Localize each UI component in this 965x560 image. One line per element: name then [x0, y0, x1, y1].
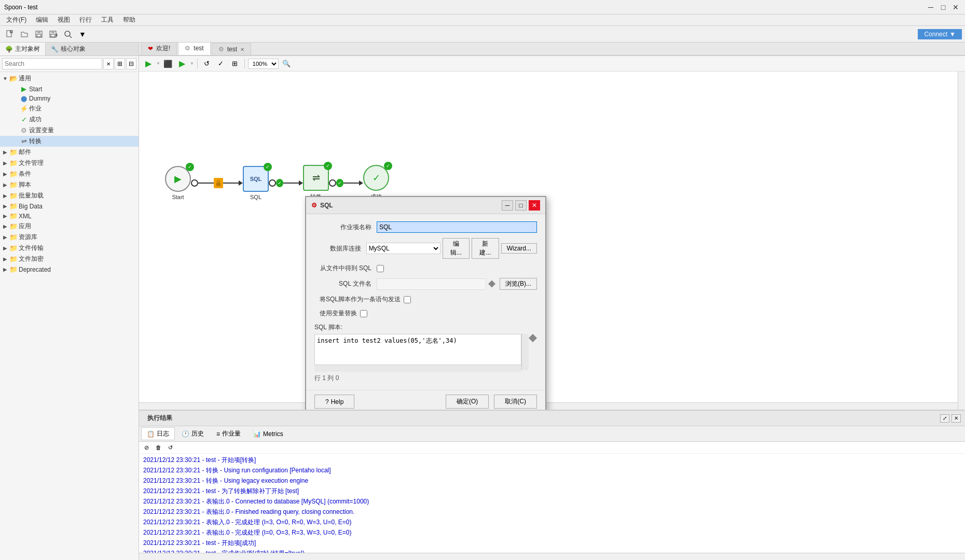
start-node-box[interactable]: ▶ ✓	[165, 166, 191, 192]
zoom-in-icon[interactable]: 🔍	[280, 58, 293, 69]
tree-section-bulk[interactable]: ▶ 📁 批量加载	[0, 190, 139, 201]
modal-minimize-button[interactable]: ─	[502, 200, 513, 211]
workflow-node-start[interactable]: ▶ ✓ Start	[165, 166, 191, 200]
tree-section-xml[interactable]: ▶ 📁 XML	[0, 211, 139, 221]
tree-section-bigdata[interactable]: ▶ 📁 Big Data	[0, 201, 139, 211]
tab-test-1[interactable]: ⚙ test	[178, 43, 210, 55]
db-select[interactable]: MySQL	[366, 243, 440, 254]
sql-hscroll[interactable]	[314, 365, 521, 372]
db-new-button[interactable]: 新建...	[472, 238, 499, 259]
maximize-button[interactable]: □	[938, 3, 948, 11]
search-clear-button[interactable]: ✕	[103, 58, 114, 69]
new-file-button[interactable]	[3, 28, 17, 40]
db-browse-button[interactable]: 编辑...	[443, 238, 470, 259]
varsubst-checkbox[interactable]	[360, 310, 367, 317]
workflow-node-success[interactable]: ✓ ✓ 成功	[363, 165, 389, 201]
run-step-button[interactable]: ▶	[176, 58, 188, 69]
exec-expand-button[interactable]: ⤢	[940, 414, 949, 423]
tree-item-dummy[interactable]: ⬤ Dummy	[0, 94, 139, 103]
exec-refresh-button[interactable]: ↺	[165, 443, 175, 452]
history-icon: 🕐	[182, 430, 189, 438]
tree-section-app[interactable]: ▶ 📁 应用	[0, 221, 139, 232]
ok-button[interactable]: 确定(O)	[446, 395, 489, 409]
exec-clear-button[interactable]: ⊘	[141, 443, 151, 452]
tree-section-condition[interactable]: ▶ 📁 条件	[0, 169, 139, 179]
modal-close-button[interactable]: ✕	[529, 200, 540, 211]
tree-section-script[interactable]: ▶ 📁 脚本	[0, 179, 139, 190]
tree-item-success[interactable]: ✓ 成功	[0, 114, 139, 125]
sql-diamond-icon[interactable]	[529, 334, 537, 342]
help-button[interactable]: ? Help	[314, 395, 354, 409]
tree-item-job[interactable]: ⚡ 作业	[0, 103, 139, 114]
sidebar-tab-core-objects[interactable]: 🔧 核心对象	[46, 43, 91, 55]
tree-section-deprecated[interactable]: ▶ 📁 Deprecated	[0, 264, 139, 274]
menu-file[interactable]: 文件(F)	[2, 15, 31, 25]
exec-close-button[interactable]: ✕	[952, 414, 961, 423]
workflow-node-sql[interactable]: SQL ✓ SQL	[243, 166, 269, 200]
save-as-button[interactable]: +	[47, 28, 60, 40]
search-input[interactable]	[2, 58, 102, 69]
run-arrow[interactable]: ▼	[156, 61, 160, 66]
dropdown-button[interactable]: ▼	[76, 28, 89, 40]
success-node-box[interactable]: ✓ ✓	[363, 165, 389, 191]
tree-section-repo[interactable]: ▶ 📁 资源库	[0, 232, 139, 243]
db-wizard-button[interactable]: Wizard...	[501, 243, 537, 254]
exec-tab-log[interactable]: 📋 日志	[141, 427, 175, 440]
menu-tools[interactable]: 工具	[97, 15, 118, 25]
transform-node-box[interactable]: ⇌ ✓	[303, 165, 329, 191]
check-button[interactable]: ✓	[215, 58, 227, 69]
run-button[interactable]: ▶	[142, 58, 155, 69]
tree-section-email[interactable]: ▶ 📁 邮件	[0, 147, 139, 158]
cancel-button[interactable]: 取消(C)	[494, 395, 537, 409]
minimize-button[interactable]: ─	[926, 3, 936, 11]
exec-tab-jobmetrics[interactable]: ≡ 作业量	[211, 427, 246, 440]
tree-item-set-vars[interactable]: ⚙ 设置变量	[0, 125, 139, 136]
modal-maximize-button[interactable]: □	[515, 200, 527, 211]
tree-section-fileencrypt[interactable]: ▶ 📁 文件加密	[0, 254, 139, 264]
line-1	[198, 183, 214, 184]
folder-deprecated-icon: 📁	[9, 265, 18, 273]
exec-bottom-scrollbar[interactable]	[139, 553, 965, 560]
sidebar-tab-main-tree[interactable]: 🌳 主对象树	[0, 43, 46, 55]
canvas[interactable]: ▶ ✓ Start	[139, 72, 965, 410]
connector-3: ✓	[329, 179, 363, 187]
stop-button[interactable]: ⬛	[162, 58, 174, 69]
tree-item-start[interactable]: ▶ Start	[0, 84, 139, 94]
tab-welcome[interactable]: ❤ 欢迎!	[141, 43, 177, 55]
sqlfile-browse-button[interactable]: 浏览(B)...	[500, 278, 537, 290]
grid-button[interactable]: ⊞	[229, 58, 241, 69]
tree-section-general[interactable]: ▼ 📂 通用	[0, 73, 139, 84]
exec-tab-history[interactable]: 🕐 历史	[176, 427, 210, 440]
search-collapse-button[interactable]: ⊟	[126, 58, 136, 69]
sqlfile-diamond-icon[interactable]	[488, 281, 495, 288]
workflow-node-transform[interactable]: ⇌ ✓ 转换	[303, 165, 329, 201]
tree-section-filetransfer[interactable]: ▶ 📁 文件传输	[0, 243, 139, 254]
tab-close-icon[interactable]: ✕	[240, 47, 244, 52]
save-button[interactable]	[32, 28, 46, 40]
sql-node-box[interactable]: SQL ✓	[243, 166, 269, 192]
explore-button[interactable]	[61, 28, 75, 40]
menu-view[interactable]: 视图	[53, 15, 74, 25]
tab-test-2[interactable]: ⚙ test ✕	[212, 43, 251, 55]
canvas-bottom-scrollbar[interactable]	[139, 402, 958, 410]
exec-delete-button[interactable]: 🗑	[153, 443, 163, 452]
sql-vscroll[interactable]	[521, 334, 529, 370]
tree-item-transform[interactable]: ⇌ 转换	[0, 136, 139, 147]
exec-tab-metrics[interactable]: 📊 Metrics	[247, 428, 289, 440]
canvas-right-scrollbar[interactable]	[958, 72, 965, 410]
run-step-arrow[interactable]: ▼	[190, 61, 194, 66]
menu-edit[interactable]: 编辑	[32, 15, 52, 25]
connect-button[interactable]: Connect ▼	[918, 29, 962, 39]
close-button[interactable]: ✕	[950, 3, 961, 11]
fromfile-checkbox[interactable]	[377, 265, 384, 272]
menu-run[interactable]: 行行	[75, 15, 96, 25]
menu-help[interactable]: 帮助	[119, 15, 140, 25]
refresh-button[interactable]: ↺	[201, 58, 213, 69]
tree-section-file-mgmt[interactable]: ▶ 📁 文件管理	[0, 158, 139, 169]
jobname-input[interactable]	[377, 221, 537, 233]
open-file-button[interactable]	[18, 28, 31, 40]
exec-log: 2021/12/12 23:30:21 - test - 开始项[转换]2021…	[139, 454, 965, 553]
zoom-select[interactable]: 100%	[248, 59, 279, 69]
search-expand-button[interactable]: ⊞	[115, 58, 125, 69]
sendasone-checkbox[interactable]	[404, 296, 411, 303]
